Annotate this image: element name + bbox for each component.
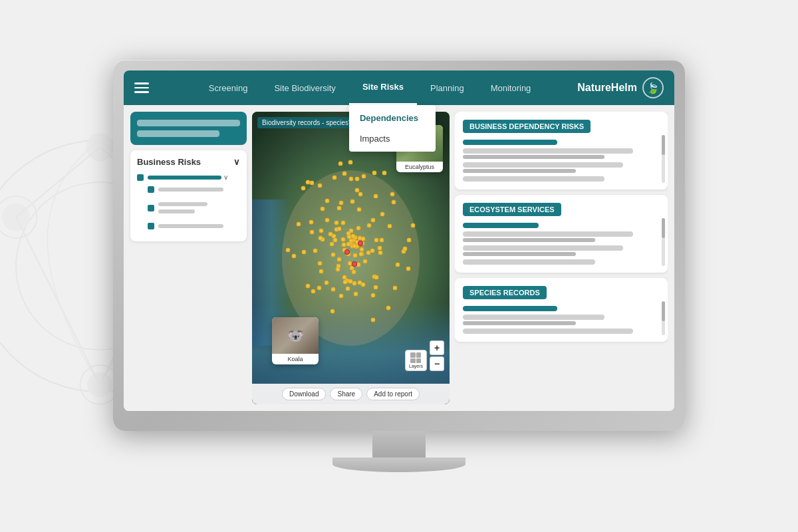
- map-dot: [360, 282, 365, 287]
- map-dot: [346, 235, 351, 239]
- nav-item-screening[interactable]: Screening: [196, 70, 261, 105]
- right-panel: BUSINESS DEPENDENCY RISKS: [455, 112, 668, 404]
- map-area[interactable]: Biodiversity records - species' location…: [252, 112, 450, 404]
- map-dot: [305, 283, 310, 288]
- map-dot-red: [358, 241, 363, 246]
- bdr-bar-3: [463, 162, 623, 168]
- download-button[interactable]: Download: [282, 388, 326, 400]
- map-layers-button[interactable]: Layers: [405, 350, 427, 371]
- leaf-icon: 🍃: [646, 82, 660, 94]
- nav-item-screening-label: Screening: [209, 83, 248, 93]
- left-panel: Business Risks ∨ ∨: [130, 112, 247, 404]
- map-dot: [348, 176, 353, 181]
- map-dot: [382, 171, 386, 176]
- map-dot: [374, 275, 378, 280]
- risk-sub-item-2[interactable]: [148, 202, 240, 213]
- risk-sub-bar-3: [158, 224, 223, 228]
- map-dot: [370, 293, 375, 298]
- map-dot: [336, 267, 340, 272]
- map-dot-red: [344, 249, 350, 255]
- monitor-stand-neck: [372, 431, 426, 458]
- zoom-out-button[interactable]: −: [430, 356, 444, 371]
- monitor-bezel: Screening Site Biodiversity Site Risks D…: [113, 60, 685, 431]
- business-risks-title: Business Risks: [137, 157, 201, 167]
- map-dot: [309, 220, 314, 225]
- koala-popup[interactable]: 🐨 Koala: [272, 317, 319, 364]
- nav-item-monitoring[interactable]: Monitoring: [477, 70, 545, 105]
- nav-item-monitoring-label: Monitoring: [491, 83, 531, 93]
- species-records-bars: [463, 306, 652, 334]
- map-dot: [349, 239, 354, 243]
- es-bar-2: [463, 231, 633, 237]
- nav-item-site-risks[interactable]: Site Risks Dependencies Impacts: [349, 70, 417, 105]
- map-dot: [301, 186, 306, 191]
- map-bottom-bar: Download Share Add to report: [252, 384, 450, 404]
- sr-bar-2b: [463, 321, 576, 325]
- map-dot: [317, 285, 321, 290]
- risk-sub-checkbox-2[interactable]: [148, 205, 154, 211]
- map-dot: [313, 248, 317, 253]
- map-dot: [291, 253, 296, 258]
- risk-sub-item-1[interactable]: [148, 186, 240, 193]
- svg-line-11: [16, 217, 100, 385]
- map-dot: [406, 267, 410, 271]
- filter-bar-2: [137, 130, 219, 137]
- map-dot: [363, 259, 368, 263]
- map-dot: [346, 286, 350, 291]
- es-scrollthumb: [662, 218, 665, 238]
- bdr-bar-1: [463, 140, 557, 145]
- dropdown-item-dependencies[interactable]: Dependencies: [349, 108, 436, 128]
- map-dot: [378, 250, 382, 255]
- zoom-in-button[interactable]: +: [430, 340, 444, 355]
- risk-sub-item-3[interactable]: [148, 223, 240, 229]
- map-dot: [352, 269, 356, 274]
- nav-item-planning[interactable]: Planning: [417, 70, 477, 105]
- map-dot: [296, 221, 301, 226]
- risk-sub-checkbox-3[interactable]: [148, 223, 154, 229]
- map-dot: [324, 280, 329, 285]
- nav-item-site-biodiversity[interactable]: Site Biodiversity: [261, 70, 348, 105]
- filter-card: [130, 112, 247, 145]
- es-scrollbar[interactable]: [662, 218, 665, 266]
- map-dot: [329, 232, 333, 237]
- hamburger-menu-button[interactable]: [134, 82, 149, 93]
- map-dot: [341, 237, 346, 242]
- bdr-scrollbar[interactable]: [662, 135, 665, 183]
- risk-checkbox-1[interactable]: [137, 174, 144, 181]
- map-dot: [286, 248, 291, 253]
- map-dot: [339, 201, 344, 205]
- map-dot: [343, 280, 348, 285]
- add-to-report-button[interactable]: Add to report: [366, 388, 420, 400]
- map-dot-red: [352, 261, 357, 267]
- map-background: Biodiversity records - species' location…: [252, 112, 450, 404]
- risk-sub-checkbox-1[interactable]: [148, 186, 154, 193]
- ecosystem-services-bars: [463, 223, 652, 265]
- map-dot: [341, 221, 346, 225]
- map-dot: [386, 305, 391, 310]
- risk-item-1[interactable]: ∨: [137, 174, 240, 181]
- map-dot: [311, 289, 316, 294]
- sr-bar-2: [463, 315, 604, 320]
- filter-bar-1: [137, 120, 240, 126]
- sr-scrollbar[interactable]: [662, 301, 665, 335]
- map-dot: [331, 252, 336, 257]
- map-dot: [319, 269, 324, 274]
- risk-sub-bar-1: [158, 188, 223, 192]
- share-button[interactable]: Share: [330, 388, 362, 400]
- map-dot: [410, 223, 415, 227]
- nav-item-site-risks-label: Site Risks: [362, 82, 404, 92]
- nav-item-site-biodiversity-label: Site Biodiversity: [274, 83, 335, 93]
- map-dot: [318, 235, 323, 240]
- map-controls: + −: [430, 340, 444, 371]
- map-dot: [330, 309, 334, 314]
- map-dot: [352, 244, 357, 249]
- map-dot: [325, 217, 330, 222]
- nav-logo: NatureHelm 🍃: [577, 77, 664, 98]
- map-dot: [317, 183, 322, 188]
- business-risks-header[interactable]: Business Risks ∨: [137, 157, 240, 167]
- koala-label: Koala: [272, 354, 319, 364]
- map-dot: [339, 293, 344, 298]
- business-dependency-bars: [463, 140, 652, 182]
- bdr-scrollthumb: [662, 135, 665, 155]
- dropdown-item-impacts[interactable]: Impacts: [349, 128, 436, 149]
